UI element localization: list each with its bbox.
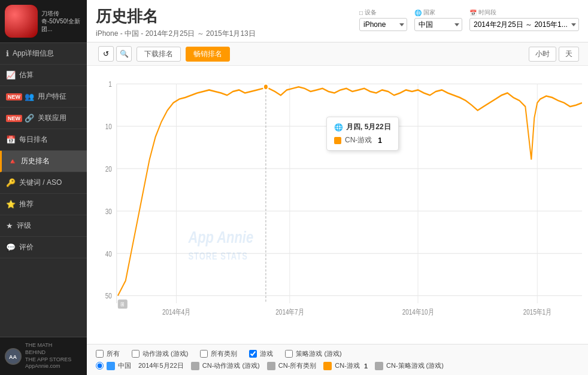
chart-icon: 📈 — [6, 71, 16, 80]
page-header: 历史排名 iPhone - 中国 - 2014年2月25日 ～ 2015年1月1… — [87, 0, 588, 42]
country-label: 🌐 国家 — [414, 8, 435, 17]
strategy-label: CN-策略游戏 (游戏) — [386, 361, 444, 370]
svg-text:50: 50 — [105, 292, 112, 300]
svg-point-3 — [17, 10, 25, 17]
footer-logo: AA — [5, 348, 22, 365]
device-label: □ 设备 — [359, 8, 377, 17]
country-select[interactable]: 中国 美国 日本 — [414, 18, 462, 31]
svg-text:2014年10月: 2014年10月 — [402, 308, 434, 316]
sidebar-item-review[interactable]: 💬 评价 — [0, 237, 87, 258]
data-date: 2014年5月22日 — [138, 361, 184, 370]
toolbar-right: 小时 天 — [529, 47, 579, 62]
chart-tool-buttons: ↺ 🔍 — [98, 46, 132, 62]
chart-toolbar: ↺ 🔍 下载排名 畅销排名 小时 天 — [87, 42, 588, 66]
games-value: 1 — [364, 362, 368, 370]
country-control: 🌐 国家 中国 美国 日本 — [414, 8, 462, 31]
date-select[interactable]: 2014年2月25日 ～ 2015年1... — [469, 18, 579, 31]
header-left: 历史排名 iPhone - 中国 - 2014年2月25日 ～ 2015年1月1… — [96, 6, 256, 39]
new-badge: NEW — [6, 115, 22, 122]
checkbox-all-cat[interactable] — [200, 350, 208, 358]
date-control: 📅 时间段 2014年2月25日 ～ 2015年1... — [469, 8, 579, 31]
date-label: 📅 时间段 — [469, 8, 496, 17]
sidebar: 刀塔传奇-50V50!全新团... ℹ App详细信息 📈 估算 NEW 👥 用… — [0, 0, 87, 375]
games-label: CN-游戏 — [335, 361, 360, 370]
sidebar-item-keywords[interactable]: 🔑 关键词 / ASO — [0, 172, 87, 194]
data-games: CN-游戏 1 — [323, 361, 368, 370]
data-action: CN-动作游戏 (游戏) — [191, 361, 260, 370]
device-control: □ 设备 iPhone iPad — [359, 8, 407, 31]
toolbar-left: ↺ 🔍 下载排名 畅销排名 — [96, 46, 230, 62]
legend-action[interactable]: 动作游戏 (游戏) — [132, 349, 188, 358]
svg-text:App Annie: App Annie — [188, 227, 254, 246]
checkbox-games[interactable] — [249, 350, 257, 358]
sidebar-item-label: App详细信息 — [13, 48, 54, 59]
checkbox-action[interactable] — [132, 350, 140, 358]
checkbox-strategy[interactable] — [285, 350, 293, 358]
sidebar-item-label: 推荐 — [19, 199, 34, 209]
chart-wrapper: 1 10 20 30 40 50 2014年4月 2014年7月 2014年10… — [93, 69, 582, 326]
hour-button[interactable]: 小时 — [529, 47, 556, 62]
users-icon: 👥 — [25, 92, 34, 101]
device-select[interactable]: iPhone iPad — [359, 18, 407, 31]
info-icon: ℹ — [6, 49, 9, 58]
svg-point-31 — [263, 84, 268, 90]
page-subtitle: iPhone - 中国 - 2014年2月25日 ～ 2015年1月13日 — [96, 29, 256, 39]
sidebar-item-recommend[interactable]: ⭐ 推荐 — [0, 194, 87, 215]
legend-checkboxes: 所有 动作游戏 (游戏) 所有类别 游戏 策略游戏 (游戏) — [96, 349, 579, 358]
data-row: 中国 2014年5月22日 CN-动作游戏 (游戏) CN-所有类别 CN-游戏… — [96, 361, 579, 370]
sidebar-item-related-apps[interactable]: NEW 🔗 关联应用 — [0, 108, 87, 129]
sidebar-item-user-features[interactable]: NEW 👥 用户特征 — [0, 86, 87, 108]
legend-games[interactable]: 游戏 — [249, 349, 273, 358]
bottom-legend: 所有 动作游戏 (游戏) 所有类别 游戏 策略游戏 (游戏) — [87, 344, 588, 375]
legend-all[interactable]: 所有 — [96, 349, 120, 358]
svg-text:20: 20 — [105, 165, 112, 173]
download-rank-tab[interactable]: 下载排名 — [137, 47, 181, 62]
sidebar-item-history-rank[interactable]: 🔺 历史排名 — [0, 151, 87, 172]
radio-china[interactable] — [96, 362, 104, 370]
sidebar-item-label: 用户特征 — [38, 92, 66, 102]
calendar-icon: 📅 — [6, 135, 16, 144]
sidebar-item-daily-rank[interactable]: 📅 每日排名 — [0, 129, 87, 151]
new-badge: NEW — [6, 93, 22, 100]
device-icon: □ — [359, 10, 363, 16]
chart-area: 1 10 20 30 40 50 2014年4月 2014年7月 2014年10… — [87, 66, 588, 344]
svg-text:10: 10 — [105, 123, 112, 130]
comment-icon: 💬 — [6, 243, 16, 252]
svg-rect-8 — [93, 69, 582, 326]
key-icon: 🔑 — [6, 178, 16, 187]
data-all-cat: CN-所有类别 — [267, 361, 317, 370]
svg-text:2014年4月: 2014年4月 — [162, 308, 190, 316]
calendar-icon: 📅 — [469, 10, 477, 16]
svg-text:30: 30 — [105, 208, 112, 215]
globe-icon: 🌐 — [414, 10, 422, 16]
svg-marker-5 — [16, 6, 26, 11]
sidebar-item-app-info[interactable]: ℹ App详细信息 — [0, 43, 87, 65]
svg-text:2015年1月: 2015年1月 — [523, 308, 551, 316]
sidebar-item-label: 关联应用 — [38, 113, 66, 123]
main-content: 历史排名 iPhone - 中国 - 2014年2月25日 ～ 2015年1月1… — [87, 0, 588, 375]
svg-text:40: 40 — [105, 250, 112, 258]
legend-strategy[interactable]: 策略游戏 (游戏) — [285, 349, 341, 358]
svg-text:AA: AA — [9, 354, 17, 360]
sidebar-item-rating[interactable]: ★ 评级 — [0, 215, 87, 237]
day-button[interactable]: 天 — [559, 47, 579, 62]
zoom-button[interactable]: 🔍 — [116, 46, 132, 62]
data-country: 中国 — [96, 361, 131, 370]
checkbox-all[interactable] — [96, 350, 104, 358]
rank-chart: 1 10 20 30 40 50 2014年4月 2014年7月 2014年10… — [93, 69, 582, 326]
sidebar-item-estimate[interactable]: 📈 估算 — [0, 65, 87, 86]
footer-text: THE MATH BEHIND THE APP STORES AppAnnie.… — [25, 342, 71, 370]
sales-rank-tab[interactable]: 畅销排名 — [186, 47, 230, 62]
svg-text:1: 1 — [108, 80, 112, 88]
legend-all-cat[interactable]: 所有类别 — [200, 349, 237, 358]
link-icon: 🔗 — [25, 114, 34, 123]
page-title: 历史排名 — [96, 6, 256, 27]
app-icon — [5, 5, 38, 38]
strategy-color — [375, 362, 383, 370]
action-label: CN-动作游戏 (游戏) — [202, 361, 260, 370]
reset-button[interactable]: ↺ — [98, 46, 114, 62]
header-controls: □ 设备 iPhone iPad 🌐 国家 中国 美国 — [359, 6, 579, 31]
data-date-value: 2014年5月22日 — [138, 361, 184, 370]
china-color — [107, 362, 115, 370]
app-title: 刀塔传奇-50V50!全新团... — [38, 10, 82, 33]
